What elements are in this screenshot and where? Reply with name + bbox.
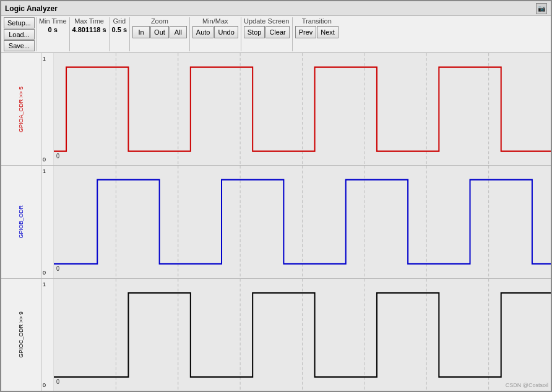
svg-text:0: 0 (56, 265, 59, 273)
zoom-all-button[interactable]: All (170, 26, 187, 38)
min-time-group: Min Time 0 s (37, 17, 70, 51)
signal-b-label-container: GPIOB_ODR (1, 166, 41, 278)
signal-b-top: 1 (43, 168, 52, 174)
signal-a-top: 1 (43, 56, 52, 62)
signal-a-label: GPIOA_ODR >> 5 (18, 87, 24, 132)
signal-area: GPIOA_ODR >> 5 1 0 (1, 53, 551, 391)
signal-c-top: 1 (43, 281, 52, 288)
signal-c-bottom: 0 (43, 382, 52, 388)
save-button[interactable]: Save... (4, 40, 35, 51)
signal-row-c: GPIOC_ODR >> 9 1 0 0 (1, 279, 551, 391)
zoom-group: Zoom In Out All (130, 17, 190, 51)
screenshot-icon[interactable]: 📷 (536, 3, 547, 14)
signal-b-wave: 0 (54, 166, 551, 278)
min-time-label: Min Time (39, 17, 67, 25)
transition-label: Transition (302, 17, 332, 25)
main-window: Logic Analyzer 📷 Setup... Load... Save..… (0, 0, 552, 392)
zoom-out-button[interactable]: Out (150, 26, 169, 38)
signal-b-graph: 0 (54, 166, 551, 278)
title-bar: Logic Analyzer 📷 (1, 1, 551, 16)
clear-button[interactable]: Clear (265, 26, 289, 38)
update-group: Update Screen Stop Clear (241, 17, 293, 51)
zoom-buttons: In Out All (132, 26, 187, 38)
grid-label: Grid (113, 17, 126, 25)
min-time-value: 0 s (48, 26, 58, 33)
undo-button[interactable]: Undo (214, 26, 238, 38)
grid-group: Grid 0.5 s (110, 17, 130, 51)
watermark: CSDN @Costsoil (506, 382, 548, 388)
load-button[interactable]: Load... (4, 29, 35, 40)
signal-a-wave: 0 (54, 53, 551, 165)
next-button[interactable]: Next (317, 26, 339, 38)
signal-c-graph: 0 CSDN @Costsoil (54, 279, 551, 391)
signal-row-a: GPIOA_ODR >> 5 1 0 (1, 53, 551, 166)
zoom-label: Zoom (151, 17, 168, 25)
window-title: Logic Analyzer (5, 4, 58, 13)
signal-a-bottom: 0 (43, 156, 52, 163)
signal-row-b: GPIOB_ODR 1 0 0 (1, 166, 551, 278)
zoom-in-button[interactable]: In (132, 26, 150, 38)
svg-text:0: 0 (56, 378, 59, 385)
setup-button[interactable]: Setup... (4, 17, 35, 28)
signal-b-label: GPIOB_ODR (18, 205, 24, 239)
file-group: Setup... Load... Save... (2, 17, 37, 51)
stop-button[interactable]: Stop (244, 26, 265, 38)
toolbar: Setup... Load... Save... Min Time 0 s Ma… (1, 16, 551, 53)
transition-group: Transition Prev Next (293, 17, 341, 51)
minmax-label: Min/Max (202, 17, 228, 25)
signal-c-axis: 1 0 (41, 279, 54, 391)
signal-b-axis: 1 0 (41, 166, 54, 278)
update-buttons: Stop Clear (244, 26, 290, 38)
minmax-group: Min/Max Auto Undo (190, 17, 241, 51)
grid-value: 0.5 s (112, 26, 127, 33)
minmax-buttons: Auto Undo (192, 26, 238, 38)
signal-c-label: GPIOC_ODR >> 9 (18, 312, 24, 358)
svg-text:0: 0 (56, 152, 59, 160)
signal-b-bottom: 0 (43, 270, 52, 276)
signal-a-label-container: GPIOA_ODR >> 5 (1, 53, 41, 165)
update-label: Update Screen (244, 17, 289, 25)
prev-button[interactable]: Prev (295, 26, 317, 38)
signal-a-axis: 1 0 (41, 53, 54, 165)
auto-button[interactable]: Auto (192, 26, 214, 38)
signal-c-label-container: GPIOC_ODR >> 9 (1, 279, 41, 391)
transition-buttons: Prev Next (295, 26, 339, 38)
signal-c-wave: 0 (54, 279, 551, 391)
max-time-label: Max Time (74, 17, 104, 25)
max-time-group: Max Time 4.801118 s (70, 17, 110, 51)
max-time-value: 4.801118 s (72, 26, 106, 33)
signal-a-graph: 0 (54, 53, 551, 165)
